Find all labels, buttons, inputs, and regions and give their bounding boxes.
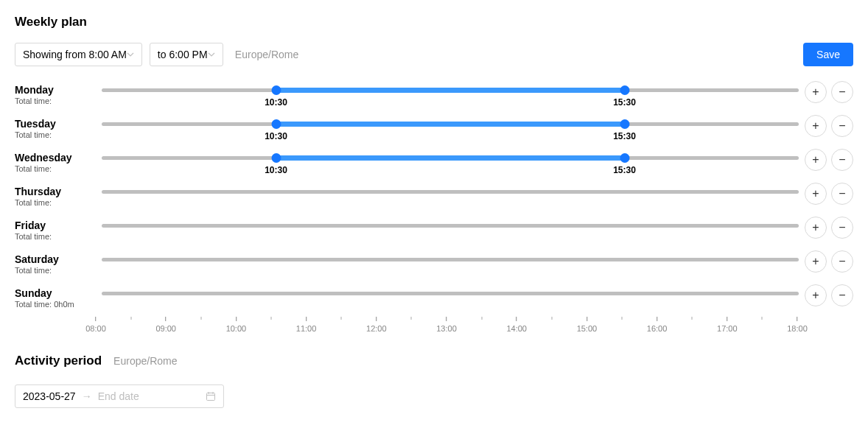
minus-icon: − <box>839 289 845 301</box>
slider-handle-start[interactable] <box>271 153 281 163</box>
axis-minor-tick <box>130 317 131 320</box>
plus-icon: + <box>812 154 819 166</box>
time-slider[interactable] <box>102 220 799 242</box>
axis-tick: 14:00 <box>506 317 527 333</box>
time-slider[interactable] <box>102 287 799 309</box>
time-slider[interactable] <box>102 253 799 275</box>
axis-minor-tick <box>692 317 693 320</box>
axis-minor-tick <box>551 317 552 320</box>
minus-icon: − <box>839 120 845 132</box>
axis-minor-tick <box>481 317 482 320</box>
axis-minor-tick <box>411 317 412 320</box>
date-range-picker[interactable]: 2023-05-27 → End date <box>15 384 224 408</box>
plus-icon: + <box>812 256 819 267</box>
to-time-selector[interactable]: to 6:00 PM <box>150 43 223 66</box>
slider-track <box>102 224 799 228</box>
total-time-label: Total time: 0h0m <box>15 300 96 309</box>
remove-range-button[interactable]: − <box>831 183 853 205</box>
axis-tick-label: 10:00 <box>226 324 247 333</box>
day-row: MondayTotal time:10:3015:30+− <box>15 84 853 106</box>
activity-period-header: Activity period Europe/Rome <box>15 354 853 368</box>
slider-range[interactable] <box>276 122 625 127</box>
axis-tick: 11:00 <box>296 317 317 333</box>
slider-range[interactable] <box>276 88 625 93</box>
add-range-button[interactable]: + <box>805 217 827 239</box>
save-button[interactable]: Save <box>803 43 853 66</box>
day-row: TuesdayTotal time:10:3015:30+− <box>15 118 853 140</box>
axis-tick-label: 16:00 <box>647 324 668 333</box>
total-time-label: Total time: <box>15 198 96 207</box>
remove-range-button[interactable]: − <box>831 81 853 103</box>
svg-rect-0 <box>207 393 215 401</box>
add-range-button[interactable]: + <box>805 81 827 103</box>
add-range-button[interactable]: + <box>805 149 827 171</box>
day-row: FridayTotal time:+− <box>15 220 853 242</box>
minus-icon: − <box>839 256 845 267</box>
axis-tick-label: 08:00 <box>85 324 106 333</box>
from-time-selector[interactable]: Showing from 8:00 AM <box>15 43 142 66</box>
plus-icon: + <box>812 120 819 132</box>
day-name: Wednesday <box>15 152 96 164</box>
to-time-label: to 6:00 PM <box>158 49 208 60</box>
slider-handle-end[interactable] <box>620 153 629 163</box>
time-slider[interactable]: 10:3015:30 <box>102 118 799 140</box>
axis-tick-label: 18:00 <box>787 324 808 333</box>
slider-handle-start-label: 10:30 <box>265 165 287 175</box>
remove-range-button[interactable]: − <box>831 149 853 171</box>
axis-tick: 18:00 <box>787 317 808 333</box>
minus-icon: − <box>839 188 845 200</box>
add-range-button[interactable]: + <box>805 183 827 205</box>
plus-icon: + <box>812 86 819 98</box>
time-slider[interactable]: 10:3015:30 <box>102 84 799 106</box>
day-name: Friday <box>15 220 96 231</box>
remove-range-button[interactable]: − <box>831 250 853 273</box>
plus-icon: + <box>812 289 819 301</box>
slider-handle-end[interactable] <box>620 85 629 95</box>
axis-minor-tick <box>200 317 201 320</box>
slider-handle-start[interactable] <box>271 119 281 129</box>
remove-range-button[interactable]: − <box>831 284 853 306</box>
add-range-button[interactable]: + <box>805 284 827 306</box>
slider-track <box>102 292 799 295</box>
slider-handle-end-label: 15:30 <box>613 165 636 175</box>
slider-handle-start[interactable] <box>271 85 281 95</box>
axis-minor-tick <box>622 317 623 320</box>
plus-icon: + <box>812 222 819 233</box>
time-slider[interactable]: 10:3015:30 <box>102 152 799 174</box>
total-time-label: Total time: <box>15 266 96 275</box>
axis-tick: 12:00 <box>366 317 387 333</box>
time-slider[interactable] <box>102 186 799 208</box>
timezone-label: Europe/Rome <box>235 49 298 60</box>
slider-handle-end-label: 15:30 <box>613 131 636 141</box>
total-time-label: Total time: <box>15 96 96 105</box>
slider-range[interactable] <box>276 155 625 161</box>
day-row: ThursdayTotal time:+− <box>15 186 853 208</box>
add-range-button[interactable]: + <box>805 115 827 137</box>
remove-range-button[interactable]: − <box>831 115 853 137</box>
axis-tick-label: 11:00 <box>296 324 317 333</box>
slider-handle-end[interactable] <box>620 119 629 129</box>
chevron-down-icon <box>127 51 134 58</box>
axis-tick: 17:00 <box>717 317 738 333</box>
plus-icon: + <box>812 188 819 200</box>
axis-minor-tick <box>341 317 342 320</box>
minus-icon: − <box>839 86 845 98</box>
time-axis: 08:0009:0010:0011:0012:0013:0014:0015:00… <box>96 317 797 339</box>
axis-tick: 16:00 <box>647 317 668 333</box>
total-time-label: Total time: <box>15 232 96 241</box>
axis-minor-tick <box>271 317 272 320</box>
day-name: Tuesday <box>15 118 96 130</box>
arrow-right-icon: → <box>82 390 92 402</box>
axis-tick-label: 17:00 <box>717 324 738 333</box>
remove-range-button[interactable]: − <box>831 217 853 239</box>
day-name: Sunday <box>15 287 96 299</box>
slider-handle-start-label: 10:30 <box>265 97 287 108</box>
axis-tick-label: 12:00 <box>366 324 387 333</box>
axis-tick-label: 15:00 <box>577 324 598 333</box>
axis-tick-label: 09:00 <box>155 324 176 333</box>
chevron-down-icon <box>208 51 215 58</box>
axis-tick: 09:00 <box>155 317 176 333</box>
axis-tick: 08:00 <box>85 317 106 333</box>
add-range-button[interactable]: + <box>805 250 827 273</box>
from-time-label: Showing from 8:00 AM <box>23 49 127 60</box>
